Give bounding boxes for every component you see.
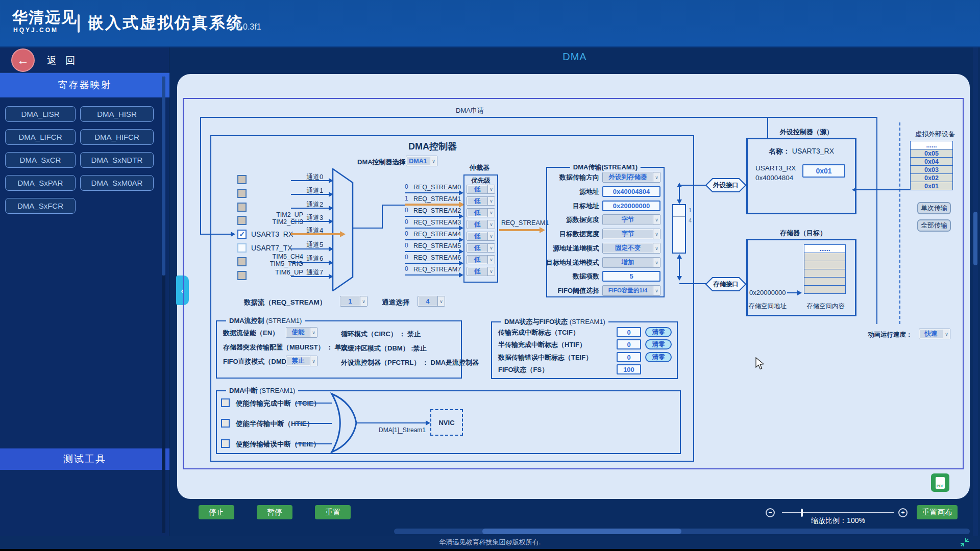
connector-line <box>382 205 383 229</box>
vertical-scrollbar-thumb[interactable] <box>973 212 977 265</box>
trigger-checkbox-3[interactable] <box>237 203 247 212</box>
pdf-export-button[interactable]: PDF <box>931 473 949 492</box>
chevron-down-icon: ∨ <box>487 244 495 252</box>
connector-line <box>291 194 330 195</box>
flow-pfctrl-text: 外设流控制器（PFCTRL） ： DMA是流控制器 <box>341 358 479 367</box>
transfer-direction-select[interactable]: 外设到存储器∨ <box>602 172 660 183</box>
arrowhead <box>459 226 463 231</box>
priority-select-4[interactable]: 低∨ <box>467 232 495 241</box>
horizontal-scrollbar-track[interactable] <box>394 529 970 534</box>
register-button-dma-sxcr[interactable]: DMA_SxCR <box>5 152 76 168</box>
flow-enable-select[interactable]: 使能∨ <box>286 327 317 338</box>
fifo-threshold-select[interactable]: FIFO容量的1/4∨ <box>602 285 660 296</box>
zoom-slider-thumb[interactable] <box>801 509 803 517</box>
memory-stack: ...... <box>804 245 846 294</box>
tcie-checkbox[interactable] <box>221 398 230 407</box>
source-address-input[interactable]: 0x40004804 <box>602 186 660 197</box>
target-width-select[interactable]: 字节∨ <box>602 229 660 239</box>
channel-select[interactable]: 4∨ <box>418 296 445 307</box>
stop-button[interactable]: 停止 <box>199 505 234 519</box>
fullscreen-toggle-icon[interactable] <box>960 537 970 547</box>
flow-dmdis-select[interactable]: 禁止∨ <box>286 356 317 366</box>
trigger-checkbox-usart3-rx[interactable]: ✓ <box>237 230 247 239</box>
tcif-clear-button[interactable]: 清零 <box>645 327 672 337</box>
header-bar: 华清远见 HQYJ.COM 嵌入式虚拟仿真系统 V2.0.3f1 <box>0 0 980 47</box>
zoom-out-button[interactable]: − <box>766 508 775 517</box>
target-increment-value: 增加 <box>603 258 653 267</box>
single-transfer-button[interactable]: 单次传输 <box>917 202 951 214</box>
app-root: 华清远见 HQYJ.COM 嵌入式虚拟仿真系统 V2.0.3f1 ← 返 回 寄… <box>0 0 980 551</box>
footer-bar: 华清远见教育科技集团@版权所有. <box>0 536 980 549</box>
trigger-checkbox-tim2[interactable] <box>237 216 247 225</box>
register-button-dma-sxpar[interactable]: DMA_SxPAR <box>5 175 76 191</box>
horizontal-scrollbar-thumb[interactable] <box>482 529 681 534</box>
priority-select-5[interactable]: 低∨ <box>467 243 495 253</box>
target-increment-select[interactable]: 增加∨ <box>602 257 660 268</box>
priority-value: 低 <box>467 197 487 205</box>
register-button-dma-sxndtr[interactable]: DMA_SxNDTR <box>80 152 154 168</box>
trigger-checkbox-1[interactable] <box>237 175 247 184</box>
animation-speed-select[interactable]: 快速∨ <box>919 329 950 339</box>
teie-checkbox[interactable] <box>221 439 230 448</box>
priority-select-2[interactable]: 低∨ <box>467 208 495 217</box>
trigger-checkbox-tim5[interactable] <box>237 257 247 266</box>
teif-clear-button[interactable]: 清零 <box>645 352 672 362</box>
vertical-scrollbar-track[interactable] <box>973 47 978 536</box>
register-button-dma-lifcr[interactable]: DMA_LIFCR <box>5 129 76 145</box>
back-label[interactable]: 返 回 <box>47 54 78 67</box>
reset-button[interactable]: 重置 <box>315 505 351 519</box>
source-width-select[interactable]: 字节∨ <box>602 214 660 225</box>
source-increment-select[interactable]: 固定不变∨ <box>602 243 660 254</box>
priority-select-0[interactable]: 低∨ <box>467 185 495 194</box>
zoom-in-button[interactable]: + <box>898 508 908 517</box>
interrupt-panel-title-text: DMA中断 <box>229 387 258 394</box>
source-width-value: 字节 <box>603 215 653 224</box>
priority-value: 低 <box>467 209 487 217</box>
sidebar-scrollbar-thumb[interactable] <box>162 77 165 276</box>
target-address-input[interactable]: 0x20000000 <box>602 201 660 211</box>
register-button-dma-hifcr[interactable]: DMA_HIFCR <box>80 129 154 145</box>
pause-button[interactable]: 暂停 <box>257 505 292 519</box>
zoom-slider-track[interactable] <box>782 512 894 513</box>
register-button-dma-sxm0ar[interactable]: DMA_SxM0AR <box>80 175 154 191</box>
chevron-down-icon: ∨ <box>487 256 495 264</box>
chevron-down-icon: ∨ <box>310 328 317 337</box>
stream-select[interactable]: 1∨ <box>340 296 368 307</box>
interrupt-output-label: DMA[1]_Stream1 <box>379 427 426 434</box>
trigger-label: TIM6_UP <box>250 268 303 276</box>
data-count-input[interactable]: 5 <box>602 271 660 282</box>
register-button-dma-sxfcr[interactable]: DMA_SxFCR <box>5 198 76 214</box>
trigger-checkbox-usart7-tx[interactable] <box>237 243 247 253</box>
check-icon: ✓ <box>239 230 245 238</box>
htif-clear-button[interactable]: 清零 <box>645 339 672 349</box>
back-arrow-icon: ← <box>17 53 29 67</box>
flow-circ-text: 循环模式（CIRC） ： 禁止 <box>341 330 421 339</box>
all-transfer-button[interactable]: 全部传输 <box>917 219 951 232</box>
priority-value: 低 <box>467 232 487 240</box>
sidebar: ← 返 回 寄存器映射 DMA_LISR DMA_HISR DMA_LIFCR … <box>0 47 169 537</box>
trigger-checkbox-tim6[interactable] <box>237 271 247 280</box>
controller-select[interactable]: DMA1 ∨ <box>406 156 437 166</box>
status-panel-scope: (STREAM1) <box>570 318 605 325</box>
transfer-row-label: 数据传输方向 <box>547 173 599 182</box>
sidebar-section-register-map[interactable]: 寄存器映射 <box>0 73 169 97</box>
back-button[interactable]: ← <box>11 48 35 72</box>
register-button-dma-lisr[interactable]: DMA_LISR <box>5 106 76 122</box>
priority-select-3[interactable]: 低∨ <box>467 220 495 229</box>
register-button-dma-hisr[interactable]: DMA_HISR <box>80 106 154 122</box>
active-output-line <box>499 229 541 231</box>
reset-canvas-button[interactable]: 重置画布 <box>917 505 958 519</box>
target-width-value: 字节 <box>603 229 653 239</box>
trigger-checkbox-2[interactable] <box>237 189 247 198</box>
priority-select-7[interactable]: 低∨ <box>467 267 495 276</box>
priority-select-1[interactable]: 低∨ <box>467 196 495 206</box>
priority-select-6[interactable]: 低∨ <box>467 255 495 264</box>
stream-label: REQ_STREAM7 <box>413 266 461 273</box>
tcif-value: 0 <box>617 327 641 337</box>
minus-icon: − <box>768 509 772 516</box>
sidebar-section-test-tools[interactable]: 测试工具 <box>0 448 169 470</box>
mouse-cursor-icon <box>755 357 765 370</box>
htie-checkbox[interactable] <box>221 419 230 428</box>
channel-select-value: 4 <box>418 296 437 306</box>
controller-select-label: DMA控制器选择 <box>357 158 406 167</box>
